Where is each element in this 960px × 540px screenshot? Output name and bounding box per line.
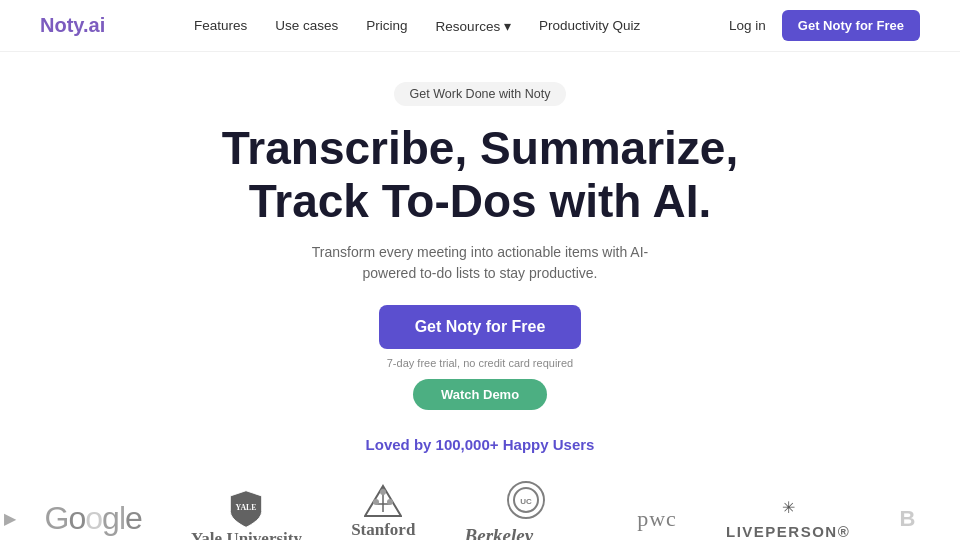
logo-liveperson: ✳ LIVEPERSON® <box>726 498 850 540</box>
liveperson-star-icon: ✳ <box>782 498 795 517</box>
navbar: Noty.ai Features Use cases Pricing Resou… <box>0 0 960 52</box>
svg-point-4 <box>373 499 379 505</box>
nav-links: Features Use cases Pricing Resources ▾ P… <box>194 18 640 34</box>
yale-name: Yale University <box>191 529 302 540</box>
loved-title: Loved by 100,000+ Happy Users <box>0 436 960 453</box>
nav-right: Log in Get Noty for Free <box>729 10 920 41</box>
hero-section: Get Work Done with Noty Transcribe, Summ… <box>0 52 960 428</box>
berkeley-name: Berkeley <box>465 525 588 540</box>
hero-headline: Transcribe, Summarize, Track To-Dos with… <box>20 122 940 228</box>
login-link[interactable]: Log in <box>729 18 766 33</box>
logo-pwc: pwc <box>637 506 677 532</box>
logo-yale: YALE Yale University <box>191 489 302 540</box>
logo-next-partial: B <box>899 506 915 532</box>
svg-text:YALE: YALE <box>236 503 257 512</box>
logo[interactable]: Noty.ai <box>40 14 105 37</box>
logos-strip: ▶ Google YALE Yale University Stanford U… <box>0 481 960 540</box>
nav-usecases[interactable]: Use cases <box>275 18 338 33</box>
nav-cta-button[interactable]: Get Noty for Free <box>782 10 920 41</box>
stanford-name: Stanford <box>351 520 415 540</box>
stanford-logo-icon <box>364 484 402 518</box>
berkeley-circle-icon: UC <box>507 481 545 519</box>
svg-point-5 <box>387 499 393 505</box>
svg-text:UC: UC <box>520 497 532 506</box>
nav-quiz[interactable]: Productivity Quiz <box>539 18 640 33</box>
scroll-left-arrow[interactable]: ▶ <box>0 501 20 537</box>
hero-primary-button[interactable]: Get Noty for Free <box>379 305 582 349</box>
logo-google: Google <box>45 500 142 537</box>
nav-features[interactable]: Features <box>194 18 247 33</box>
logo-stanford: Stanford University <box>351 484 415 540</box>
hero-subtext: Transform every meeting into actionable … <box>310 242 650 285</box>
nav-resources[interactable]: Resources ▾ <box>436 18 511 34</box>
logo-berkeley: UC Berkeley UNIVERSITY OF CALIFORNIA <box>465 481 588 540</box>
yale-shield-icon: YALE <box>228 489 264 529</box>
svg-point-6 <box>380 489 386 495</box>
loved-section: Loved by 100,000+ Happy Users <box>0 428 960 481</box>
trial-text: 7-day free trial, no credit card require… <box>20 357 940 369</box>
demo-button[interactable]: Watch Demo <box>413 379 547 410</box>
nav-pricing[interactable]: Pricing <box>366 18 407 33</box>
hero-badge: Get Work Done with Noty <box>394 82 567 106</box>
liveperson-name: LIVEPERSON® <box>726 523 850 540</box>
